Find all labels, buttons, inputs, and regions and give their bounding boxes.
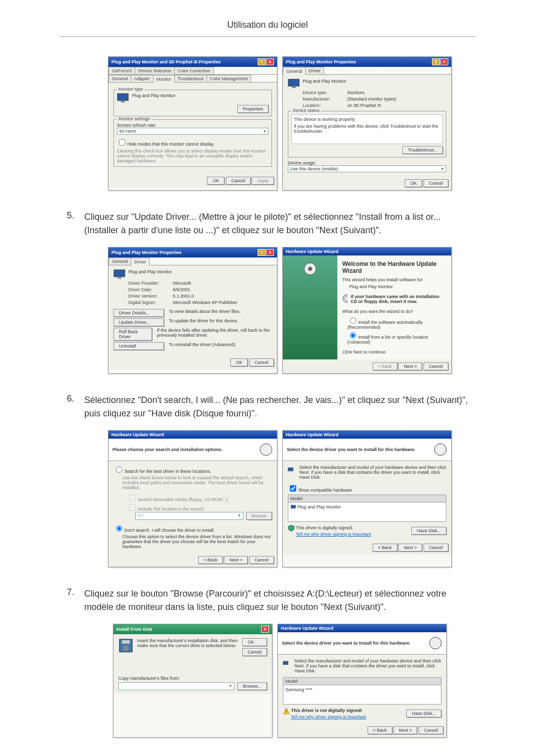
- tab-geforce3[interactable]: GeForce3: [108, 67, 135, 74]
- usage-select[interactable]: Use this device (enable)▾: [288, 165, 446, 172]
- close-icon[interactable]: ×: [266, 249, 274, 256]
- next-button[interactable]: Next >: [393, 726, 417, 734]
- tab-troubleshoot[interactable]: Troubleshoot: [174, 75, 207, 82]
- tab-driver[interactable]: Driver: [131, 258, 150, 265]
- hide-modes-desc: Clearing this check box allows you to se…: [117, 149, 268, 163]
- montype-label: Monitor type: [117, 87, 145, 92]
- svg-point-9: [346, 298, 348, 300]
- tab-general[interactable]: General: [283, 67, 306, 75]
- svg-rect-1: [121, 101, 125, 102]
- help-icon[interactable]: ?: [258, 249, 266, 256]
- refresh-select[interactable]: 60 Hertz▾: [117, 128, 268, 135]
- help-icon[interactable]: ?: [258, 58, 266, 65]
- chk-show-compatible-label: Show compatible hardware: [298, 488, 352, 493]
- tab-general[interactable]: General: [108, 75, 131, 82]
- cancel-button[interactable]: Cancel: [226, 177, 251, 185]
- monitor-icon: [288, 465, 293, 475]
- model-item[interactable]: Plug and Play Monitor: [288, 503, 446, 521]
- notsigned-text: This driver is not digitally signed!: [291, 708, 363, 713]
- close-icon[interactable]: ×: [440, 58, 448, 65]
- step-text: Sélectionnez "Don't search, I will... (N…: [84, 394, 476, 420]
- chk-location-label: Include this location in the search:: [138, 506, 205, 511]
- cd-icon: [342, 294, 348, 303]
- help-icon[interactable]: ?: [432, 58, 440, 65]
- monitor-icon: [117, 93, 129, 103]
- status-help: If you are having problems with this dev…: [294, 124, 440, 134]
- location-select: A:\▾: [135, 512, 243, 520]
- have-disk-button[interactable]: Have Disk...: [411, 527, 446, 535]
- have-disk-button[interactable]: Have Disk...: [406, 709, 441, 717]
- radio-list[interactable]: [350, 332, 356, 339]
- radio-dontsearch[interactable]: [116, 525, 122, 532]
- step-text: Cliquez sur "Update Driver... (Mettre à …: [84, 210, 476, 237]
- tab-driver[interactable]: Driver: [305, 67, 324, 74]
- uninstall-button[interactable]: Uninstall: [113, 342, 164, 350]
- rollback-driver-desc: If the device fails after updating the d…: [157, 328, 272, 341]
- shield-icon: [288, 525, 295, 532]
- close-icon[interactable]: ×: [266, 58, 274, 65]
- cancel-button[interactable]: Cancel: [424, 362, 448, 370]
- svg-rect-2: [288, 79, 299, 86]
- tab-color-correction[interactable]: Color Correction: [174, 67, 214, 74]
- back-button[interactable]: < Back: [373, 362, 397, 370]
- back-button[interactable]: < Back: [368, 726, 392, 734]
- ok-button[interactable]: OK: [405, 179, 422, 187]
- ok-button[interactable]: OK: [207, 177, 224, 185]
- signing-link[interactable]: Tell me why driver signing is important: [296, 532, 371, 537]
- copy-label: Copy manufacturer's files from:: [118, 676, 267, 681]
- cancel-button[interactable]: Cancel: [424, 179, 448, 187]
- chk-show-compatible[interactable]: [290, 485, 296, 492]
- ok-button[interactable]: OK: [230, 358, 248, 366]
- manu-key: Manufacturer:: [303, 97, 347, 101]
- tab-device-selection[interactable]: Device Selection: [135, 67, 175, 74]
- browse-button: Browse: [246, 512, 272, 520]
- update-driver-button[interactable]: Update Driver...: [113, 318, 164, 326]
- cancel-button[interactable]: Cancel: [242, 648, 267, 656]
- svg-text:!: !: [286, 709, 287, 714]
- troubleshoot-button[interactable]: Troubleshoot...: [402, 146, 443, 154]
- next-button[interactable]: Next >: [224, 556, 248, 564]
- close-icon[interactable]: ×: [261, 626, 269, 633]
- chk-removable: [129, 495, 136, 501]
- apply-button[interactable]: Apply: [252, 177, 274, 185]
- model-item[interactable]: Samsung ****: [283, 685, 441, 704]
- copy-path-select[interactable]: ▾: [118, 682, 234, 690]
- radio-search-desc: Use the check boxes below to limit or ex…: [122, 475, 272, 490]
- cancel-button[interactable]: Cancel: [419, 726, 443, 734]
- driver-details-button[interactable]: Driver Details...: [113, 309, 164, 317]
- cancel-button[interactable]: Cancel: [249, 556, 274, 564]
- signing-link[interactable]: Tell me why driver signing is important: [291, 714, 366, 719]
- back-button[interactable]: < Back: [373, 544, 397, 552]
- cancel-button[interactable]: Cancel: [249, 358, 274, 366]
- radio-auto[interactable]: [350, 317, 356, 324]
- properties-button[interactable]: Properties: [237, 105, 268, 113]
- model-header: Model: [283, 678, 441, 685]
- next-button[interactable]: Next >: [398, 362, 422, 370]
- svg-rect-13: [291, 505, 296, 508]
- settings-label: Monitor settings: [117, 116, 152, 121]
- page-title: Utilisation du logiciel: [59, 20, 476, 37]
- rollback-driver-button[interactable]: Roll Back Driver: [113, 328, 152, 341]
- next-button[interactable]: Next >: [398, 544, 422, 552]
- back-button[interactable]: < Back: [198, 556, 223, 564]
- monitor-icon: [290, 504, 296, 510]
- refresh-label: Screen refresh rate:: [117, 123, 268, 128]
- cancel-button[interactable]: Cancel: [424, 544, 448, 552]
- model-header: Model: [288, 495, 446, 503]
- tab-color-management[interactable]: Color Management: [207, 75, 252, 82]
- tab-monitor[interactable]: Monitor: [153, 75, 175, 83]
- ok-button[interactable]: OK: [242, 638, 267, 646]
- tab-adapter[interactable]: Adapter: [131, 75, 154, 82]
- wizard-continue: Click Next to continue.: [342, 350, 446, 354]
- status-text: This device is working properly.: [294, 117, 440, 122]
- svg-rect-4: [114, 270, 125, 277]
- hide-modes-checkbox[interactable]: [119, 139, 125, 146]
- radio-search[interactable]: [116, 466, 122, 473]
- usage-label: Device usage:: [288, 160, 446, 165]
- tab-general[interactable]: General: [108, 257, 131, 265]
- dialog-pnp-driver: Plug and Play Monitor Properties?× Gener…: [108, 247, 277, 374]
- browse-button[interactable]: Browse...: [237, 682, 267, 690]
- wizard-subhead: Select the device driver you want to ins…: [282, 641, 411, 646]
- dialog-hardware-wizard-select: Hardware Update Wizard Select the device…: [282, 430, 452, 567]
- chevron-down-icon: ▾: [441, 166, 444, 171]
